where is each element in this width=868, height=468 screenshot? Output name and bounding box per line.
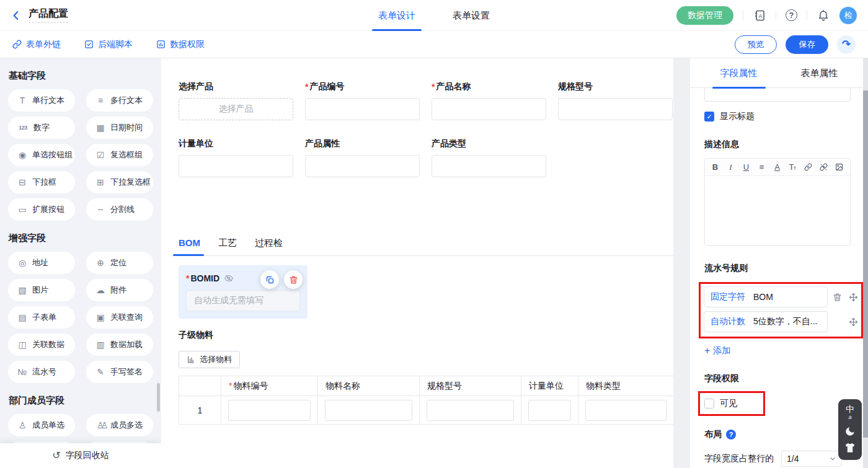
back-button[interactable] [9,8,24,23]
backend-script-button[interactable]: 后端脚本 [84,39,133,50]
tab-form-properties[interactable]: 表单属性 [800,58,839,88]
visible-checkbox[interactable] [704,399,714,408]
tab-form-design[interactable]: 表单设计 [377,0,417,31]
field-button-datetime[interactable]: ▦日期时间 [86,117,153,139]
unit-cell-input[interactable] [528,400,571,421]
product-type-input[interactable] [432,155,546,177]
field-button-serial-number[interactable]: №流水号 [8,361,75,383]
field-button-subform[interactable]: ▤子表单 [8,306,75,329]
field-button-linked-query[interactable]: ▣关联查询 [86,306,153,329]
field-label: 产品属性 [305,138,340,149]
help-icon[interactable]: ? [786,9,797,21]
material-type-input[interactable] [585,400,666,421]
field-button-multi-line-text[interactable]: ≡多行文本 [86,89,153,112]
delete-field-button[interactable] [284,270,303,289]
panel-scrollbar-thumb[interactable] [863,91,868,438]
select-product-picker[interactable]: 选择产品 [179,98,293,120]
drag-move-icon[interactable] [849,317,858,327]
field-width-select[interactable]: 1/4 [781,451,842,467]
field-button-linked-data[interactable]: ◫关联数据 [8,333,75,356]
delete-rule-icon[interactable] [833,293,842,302]
drag-move-icon[interactable] [849,293,858,302]
share-button[interactable]: ↷ [837,35,856,54]
underline-button[interactable]: U [738,160,754,175]
material-name-input[interactable] [325,400,412,421]
field-button-data-load[interactable]: ▥数据加载 [86,333,153,356]
theme-shirt-icon[interactable] [844,443,856,454]
selected-field-card-bomid[interactable]: *BOMID 自动生成无需填写 [179,265,308,319]
field-button-attachment[interactable]: ☁附件 [86,279,153,301]
field-button-extend-button[interactable]: ▭扩展按钮 [8,198,75,221]
align-icon[interactable]: ≡ [754,160,769,175]
tab-process[interactable]: 工艺 [218,237,237,255]
bold-button[interactable]: B [707,160,723,175]
save-button[interactable]: 保存 [786,35,828,54]
field-title-input-partial [704,88,851,102]
canvas-field-product-type[interactable]: 产品类型 [432,138,546,177]
tab-field-properties[interactable]: 字段属性 [719,58,759,88]
canvas-field-product-name[interactable]: *产品名称 [432,81,546,120]
spec-model-input[interactable] [558,98,673,120]
sidebar-scrollbar[interactable] [157,383,160,412]
product-name-input[interactable] [432,98,546,120]
backend-script-label: 后端脚本 [98,39,133,50]
font-color-button[interactable]: A [769,160,785,175]
serial-rule-fixed-char[interactable]: 固定字符 BOM [704,286,828,307]
insert-image-icon[interactable] [831,160,847,175]
add-rule-button[interactable]: + 添加 [704,345,851,356]
field-button-multi-select[interactable]: ⊞下拉复选框 [86,171,153,193]
product-attr-input[interactable] [305,155,420,177]
field-button-signature[interactable]: ✎手写签名 [86,361,153,383]
dark-mode-moon-icon[interactable] [844,426,856,437]
tab-bom[interactable]: BOM [179,237,200,255]
preview-button[interactable]: 预览 [735,35,777,54]
data-permission-button[interactable]: 数据权限 [156,39,205,50]
field-button-checkbox-group[interactable]: ☑复选框组 [86,144,153,166]
field-button-member-multi[interactable]: ♙♙成员多选 [86,414,153,436]
contacts-icon[interactable]: A [753,9,766,22]
layout-help-icon[interactable]: ? [726,430,736,439]
canvas-field-unit[interactable]: 计量单位 [179,138,293,177]
product-code-input[interactable] [305,98,420,120]
show-title-checkbox[interactable]: ✓ [704,112,714,121]
spec-model-cell-input[interactable] [427,400,514,421]
divider [807,11,807,20]
data-manage-button[interactable]: 数据管理 [676,6,733,25]
field-recycle-bin[interactable]: ↺ 字段回收站 [0,443,161,468]
copy-field-button[interactable] [260,270,279,289]
tab-form-settings[interactable]: 表单设置 [451,0,491,31]
field-button-single-line-text[interactable]: T单行文本 [8,89,75,112]
field-button-radio-group[interactable]: ◉单选按钮组 [8,144,75,166]
canvas-tabs: BOM 工艺 过程检 [179,237,673,256]
field-button-select[interactable]: ⊟下拉框 [8,171,75,193]
remove-link-icon[interactable] [816,160,831,175]
font-size-button[interactable]: TT [785,160,800,175]
material-code-input[interactable] [228,400,311,421]
bomid-input[interactable]: 自动生成无需填写 [186,290,300,311]
field-button-image[interactable]: ▧图片 [8,279,75,301]
canvas-field-product-attr[interactable]: 产品属性 [305,138,420,177]
avatar[interactable]: 检 [839,7,857,24]
canvas-field-product-code[interactable]: *产品编号 [305,81,420,120]
field-button-divider[interactable]: ╌分割线 [86,198,153,221]
field-button-address[interactable]: ◎地址 [8,252,75,274]
language-toggle-icon[interactable]: 中 a [846,405,854,420]
description-textarea[interactable] [705,176,850,245]
field-button-member-single[interactable]: ♙成员单选 [8,414,75,436]
canvas-field-select-product[interactable]: 选择产品 选择产品 [179,81,293,120]
serial-rule-auto-count[interactable]: 自动计数 5位数字，不自... [704,311,828,332]
insert-link-icon[interactable] [800,160,816,175]
select-material-button[interactable]: 选择物料 [179,351,240,368]
notification-bell-icon[interactable] [817,9,830,22]
show-title-option[interactable]: ✓ 显示标题 [704,111,851,122]
unit-input[interactable] [179,155,293,177]
external-link-button[interactable]: 表单外链 [12,39,61,50]
page-title[interactable]: 产品配置 [29,7,68,23]
canvas-field-spec-model[interactable]: 规格型号 [558,81,673,120]
field-button-number[interactable]: 123数字 [8,117,75,139]
italic-button[interactable]: I [723,160,738,175]
field-button-location[interactable]: ⊕定位 [86,252,153,274]
tab-process-check[interactable]: 过程检 [255,237,283,255]
column-unit: 计量单位 [521,376,578,396]
field-title-input[interactable] [704,88,851,102]
